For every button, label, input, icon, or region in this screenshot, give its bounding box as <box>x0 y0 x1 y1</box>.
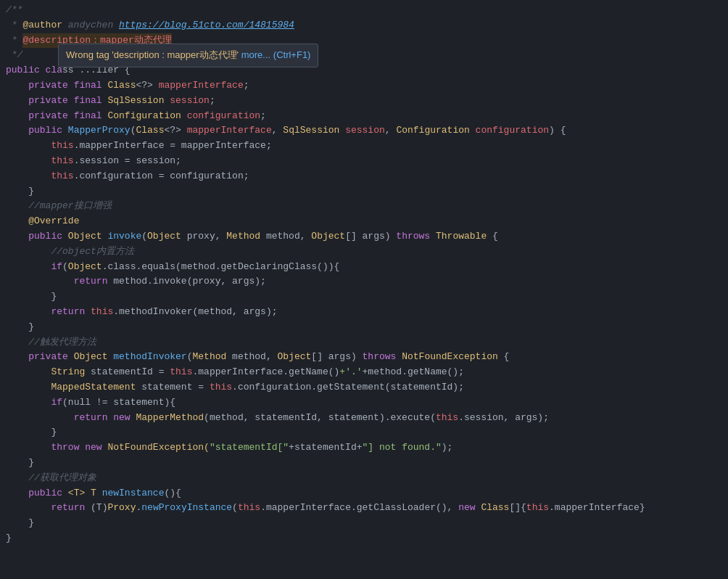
code-token: SqlSession <box>283 123 339 139</box>
tooltip-more-link[interactable]: more... (Ctrl+F1) <box>241 49 311 60</box>
code-token: Method <box>192 350 226 365</box>
code-token: proxy, <box>181 229 226 245</box>
code-token: public <box>28 229 68 245</box>
code-token: .session = session; <box>74 154 181 169</box>
code-token: methodInvoker <box>113 350 186 365</box>
code-token <box>6 350 28 365</box>
code-token: "] not found." <box>363 440 442 456</box>
code-line-26: MappedStatement statement = this.configu… <box>0 380 728 395</box>
code-token: SqlSession <box>107 94 164 109</box>
code-token: https://blog.51cto.com/14815984 <box>119 18 294 33</box>
code-token: //object内置方法 <box>6 245 134 260</box>
code-token: Object <box>278 350 312 365</box>
code-token: Configuration <box>396 123 469 139</box>
code-token: ; <box>244 78 249 94</box>
code-token: +statementId+ <box>289 440 362 456</box>
code-token <box>6 411 74 426</box>
code-token: @author <box>22 18 62 33</box>
code-token <box>6 139 51 154</box>
code-token: ); <box>442 440 453 456</box>
code-token: MappedStatement <box>51 380 136 395</box>
code-token: method.invoke(proxy, args); <box>107 274 265 290</box>
code-line-16: public Object invoke(Object proxy, Metho… <box>0 229 728 245</box>
code-token: ; <box>210 94 215 109</box>
code-token: new <box>458 501 481 516</box>
code-token: Object <box>311 229 345 245</box>
code-token: * <box>6 33 22 49</box>
code-token: Class <box>107 78 136 94</box>
code-token: .mapperInterface.getClassLoader(), <box>260 501 458 516</box>
code-line-27: if(null != statement){ <box>0 395 728 411</box>
code-token: .mapperInterface} <box>549 501 645 516</box>
code-token: ) { <box>549 123 566 139</box>
code-token: .configuration.getStatement(statementId)… <box>232 380 464 395</box>
code-token: (null != statement){ <box>62 395 175 411</box>
code-token: .mapperInterface = mapperInterface; <box>74 139 272 154</box>
code-token <box>396 350 402 365</box>
code-line-11: this.session = session; <box>0 154 728 169</box>
code-token: ( <box>91 501 96 516</box>
code-token: .session, args); <box>458 411 549 426</box>
code-line-35: } <box>0 516 728 531</box>
code-token: NotFoundException <box>402 350 498 365</box>
code-token: return <box>51 501 91 516</box>
code-token: [] args) <box>345 229 396 245</box>
code-token: Method <box>226 229 260 245</box>
code-token: , <box>272 123 284 139</box>
code-token: , <box>385 123 397 139</box>
code-token: private <box>28 94 73 109</box>
code-line-10: this.mapperInterface = mapperInterface; <box>0 139 728 154</box>
code-line-2: * @author andychen https://blog.51cto.co… <box>0 18 728 33</box>
code-token: { <box>487 229 498 245</box>
code-line-17: //object内置方法 <box>0 245 728 260</box>
code-token: if <box>51 260 62 275</box>
code-token: } <box>6 184 34 200</box>
code-token: .mapperInterface.getName() <box>192 365 339 380</box>
code-token: [] args) <box>311 350 362 365</box>
code-token: private <box>28 109 73 124</box>
code-token: Throwable <box>436 229 487 245</box>
code-line-15: @Override <box>0 214 728 229</box>
code-line-22: } <box>0 320 728 335</box>
code-token: <T> <box>68 486 91 501</box>
code-token <box>6 78 28 94</box>
code-token <box>6 501 51 516</box>
code-line-24: private Object methodInvoker(Method meth… <box>0 350 728 365</box>
code-token: Object <box>68 229 108 245</box>
code-line-32: //获取代理对象 <box>0 471 728 486</box>
code-token: MapperMethod <box>136 411 204 426</box>
code-token: this <box>51 154 73 169</box>
code-line-31: } <box>0 456 728 471</box>
code-token <box>6 395 51 411</box>
code-token: new <box>113 411 136 426</box>
code-token: this <box>210 380 232 395</box>
code-token: * <box>6 18 22 33</box>
code-token: .methodInvoker(method, args); <box>113 305 277 320</box>
code-line-33: public <T> T newInstance(){ <box>0 486 728 501</box>
code-token: statementId = <box>85 365 170 380</box>
code-token <box>6 440 51 456</box>
code-token: this <box>526 501 549 516</box>
code-token <box>6 380 51 395</box>
code-token: method, <box>260 229 311 245</box>
code-token <box>6 94 28 109</box>
code-line-12: this.configuration = configuration; <box>0 169 728 184</box>
code-line-36: } <box>0 531 728 546</box>
code-token: { <box>498 350 510 365</box>
code-token: final <box>74 78 108 94</box>
code-token: } <box>6 516 34 531</box>
code-token <box>6 214 28 229</box>
code-token <box>6 123 28 139</box>
code-line-8: private final Configuration configuratio… <box>0 109 728 124</box>
code-token: Object <box>68 260 102 275</box>
code-token: newProxyInstance <box>141 501 232 516</box>
code-token: this <box>436 411 458 426</box>
code-token <box>6 229 28 245</box>
code-token: this <box>170 365 192 380</box>
tooltip-warning-label: Wrong tag 'description : mapper动态代理' <box>66 49 239 60</box>
code-line-28: return new MapperMethod(method, statemen… <box>0 411 728 426</box>
code-line-34: return (T)Proxy.newProxyInstance(this.ma… <box>0 501 728 516</box>
code-token <box>6 274 74 290</box>
code-token: //触发代理方法 <box>6 335 96 350</box>
code-token: //获取代理对象 <box>6 471 96 486</box>
